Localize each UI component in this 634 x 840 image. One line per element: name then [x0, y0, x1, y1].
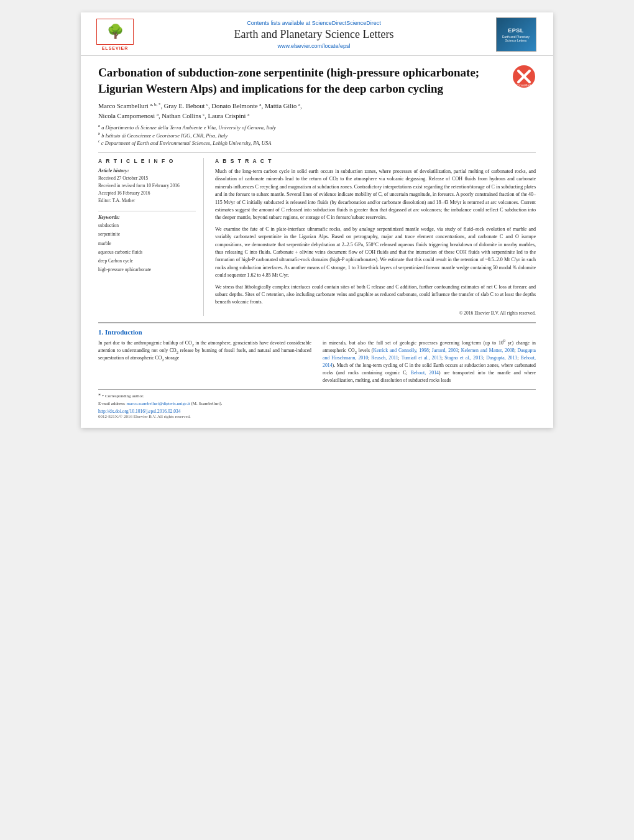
abstract-para-1: Much of the long-term carbon cycle in so…: [215, 168, 536, 222]
email-line: E-mail address: marco.scambelluri@dipter…: [98, 400, 536, 407]
authors-line: Marco Scambelluri a, b, *, Gray E. Bebou…: [98, 101, 536, 121]
keyword-6: high-pressure ophicarbonate: [98, 265, 196, 274]
intro-left-col: In part due to the anthropogenic buildup…: [98, 339, 311, 384]
author-belmonte: Donato Belmonte a,: [211, 103, 264, 109]
journal-header: 🌳 ELSEVIER Contents lists available at S…: [81, 12, 553, 56]
revised-date: Received in revised form 10 February 201…: [98, 182, 196, 190]
elsevier-wordmark: ELSEVIER: [102, 46, 129, 50]
corresponding-label: * Corresponding author.: [102, 394, 144, 399]
earth-abbr: EPSL: [508, 27, 524, 34]
history-heading: Article history:: [98, 168, 196, 173]
email-author: (M. Scambelluri).: [191, 401, 223, 406]
affiliations: a a Dipartimento di Scienze della Terra …: [98, 124, 536, 147]
title-section: Carbonation of subduction-zone serpentin…: [98, 65, 536, 96]
svg-text:CrossMark: CrossMark: [517, 83, 532, 87]
ref-behout2[interactable]: Behout, 2014: [411, 370, 439, 376]
crossmark-icon[interactable]: CrossMark: [512, 65, 536, 88]
author-scambelluri: Marco Scambelluri a, b, *,: [98, 103, 164, 109]
author-crispini: Laura Crispini a: [208, 113, 250, 119]
contents-available-line: Contents lists available at ScienceDirec…: [137, 20, 491, 26]
ref-dasgupta2[interactable]: Dasgupta, 2013: [486, 355, 517, 361]
author-gilio: Mattia Gilio a,: [265, 103, 302, 109]
header-divider: [98, 152, 536, 153]
keywords-block: Keywords: subduction serpentinite marble…: [98, 215, 196, 275]
article-info-column: A R T I C L E I N F O Article history: R…: [98, 158, 204, 316]
affiliation-a: a a Dipartimento di Scienze della Terra …: [98, 124, 536, 132]
article-info-label: A R T I C L E I N F O: [98, 158, 196, 164]
abstract-label: A B S T R A C T: [215, 158, 536, 164]
article-history-block: Article history: Received 27 October 201…: [98, 168, 196, 205]
sciencedirect-link[interactable]: ScienceDirect: [312, 20, 347, 26]
ref-reusch[interactable]: Reusch, 2011: [371, 355, 398, 361]
article-page: 🌳 ELSEVIER Contents lists available at S…: [81, 12, 553, 428]
keywords-divider: [98, 211, 196, 211]
intro-left-text: In part due to the anthropogenic buildup…: [98, 339, 311, 362]
article-content: Carbonation of subduction-zone serpentin…: [81, 56, 553, 428]
keyword-1: subduction: [98, 221, 196, 230]
ref-jarrard[interactable]: Jarrard, 2003: [432, 348, 458, 353]
abstract-text: Much of the long-term carbon cycle in so…: [215, 168, 536, 307]
author-bebout: Gray E. Bebout c,: [164, 103, 212, 109]
tree-icon: 🌳: [107, 25, 124, 39]
keyword-3: marble: [98, 239, 196, 248]
earth-logo-subtitle: Earth and PlanetaryScience Letters: [502, 35, 530, 42]
doi-line[interactable]: http://dx.doi.org/10.1016/j.epsl.2016.02…: [98, 408, 536, 414]
abstract-para-2: We examine the fate of C in plate-interf…: [215, 226, 536, 280]
footnote-section: * * Corresponding author. E-mail address…: [98, 389, 536, 419]
intro-heading: 1. Introduction: [98, 328, 536, 336]
earth-journal-logo: EPSL Earth and PlanetaryScience Letters: [496, 17, 536, 52]
affiliation-c: c c Department of Earth and Environmenta…: [98, 139, 536, 147]
copyright-line: © 2016 Elsevier B.V. All rights reserved…: [215, 310, 536, 316]
email-label: E-mail address:: [98, 401, 126, 406]
author-campomenosi: Nicola Campomenosi a,: [98, 113, 162, 119]
ref-kerrick[interactable]: Kerrick and Connolly, 1998: [373, 348, 429, 353]
accepted-date: Accepted 16 February 2016: [98, 190, 196, 197]
rights-line: 0012-821X/© 2016 Elsevier B.V. All right…: [98, 414, 536, 419]
abstract-column: A B S T R A C T Much of the long-term ca…: [215, 158, 536, 316]
elsevier-logo: 🌳 ELSEVIER: [93, 19, 137, 50]
keyword-2: serpentinite: [98, 230, 196, 239]
article-title: Carbonation of subduction-zone serpentin…: [98, 65, 512, 96]
editor-info: Editor: T.A. Mather: [98, 197, 196, 205]
intro-right-col: in minerals, but also the full set of ge…: [323, 339, 536, 384]
received-date: Received 27 October 2015: [98, 175, 196, 182]
ref-tumiatl[interactable]: Tumiatl et al., 2013: [402, 355, 441, 361]
star-symbol: *: [98, 393, 101, 399]
intro-right-text: in minerals, but also the full set of ge…: [323, 339, 536, 384]
journal-url[interactable]: www.elsevier.com/locate/epsl: [137, 43, 491, 49]
keyword-4: aqueous carbonic fluids: [98, 248, 196, 257]
header-center: Contents lists available at ScienceDirec…: [137, 20, 491, 49]
bottom-divider: [98, 322, 536, 323]
introduction-section: In part due to the anthropogenic buildup…: [98, 339, 536, 384]
abstract-para-3: We stress that lithologically complex in…: [215, 284, 536, 307]
author-collins: Nathan Collins c,: [162, 113, 208, 119]
affiliation-b: b b Istituto di Geoscienze e Georisorse …: [98, 132, 536, 140]
journal-title: Earth and Planetary Science Letters: [137, 28, 491, 41]
ref-stagno[interactable]: Stagno et al., 2013: [444, 355, 483, 361]
elsevier-logo-box: 🌳: [96, 19, 134, 45]
elsevier-logo-section: 🌳 ELSEVIER: [93, 19, 137, 50]
ref-kelemen[interactable]: Kelemen and Matter, 2008: [461, 348, 515, 353]
email-link[interactable]: marco.scambelluri@dipteris.unige.it: [127, 401, 190, 406]
corresponding-author-note: * * Corresponding author.: [98, 392, 536, 400]
keywords-list: subduction serpentinite marble aqueous c…: [98, 221, 196, 275]
keywords-heading: Keywords:: [98, 215, 196, 220]
sciencedirect-link-text[interactable]: ScienceDirect: [346, 20, 381, 26]
info-abstract-section: A R T I C L E I N F O Article history: R…: [98, 158, 536, 316]
keyword-5: deep Carbon cycle: [98, 257, 196, 265]
journal-logo-section: EPSL Earth and PlanetaryScience Letters: [491, 17, 541, 52]
contents-label: Contents lists available at: [247, 20, 312, 26]
